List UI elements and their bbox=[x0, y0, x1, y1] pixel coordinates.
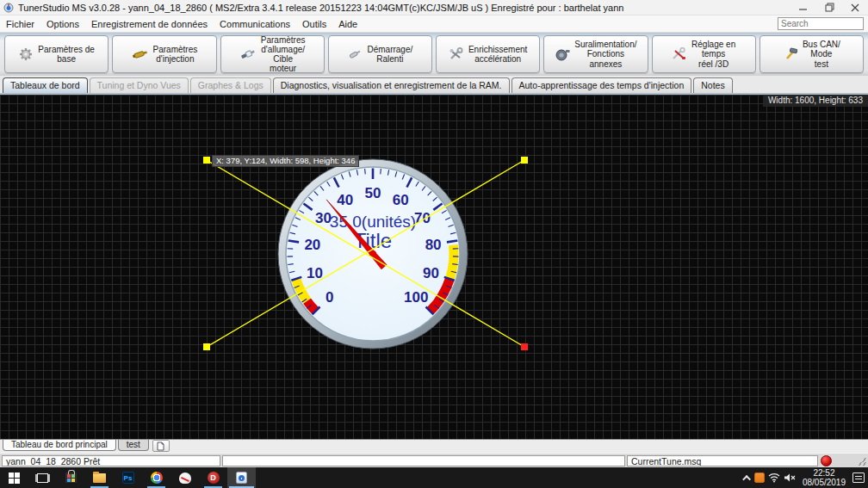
tools-icon bbox=[449, 47, 464, 61]
main-toolbar: Paramètres de base Paramètres d'injectio… bbox=[0, 33, 868, 76]
store-button[interactable] bbox=[57, 467, 85, 488]
system-tray: 22:52 08/05/2019 bbox=[745, 468, 868, 488]
tab-notes[interactable]: Notes bbox=[693, 77, 732, 93]
ignition-settings-button[interactable]: Paramètres d'allumage/ Cible moteur bbox=[220, 35, 325, 73]
dashboard-tab-strip: Tableau de bord principal test bbox=[0, 439, 868, 453]
file-explorer-button[interactable] bbox=[85, 467, 114, 488]
volume-muted-icon[interactable] bbox=[784, 473, 796, 483]
selection-handle[interactable] bbox=[521, 343, 528, 350]
dashboard-size-label: Width: 1600, Height: 633 bbox=[763, 95, 868, 107]
svg-text:90: 90 bbox=[423, 265, 439, 281]
selection-handle[interactable] bbox=[521, 157, 528, 164]
app7-button[interactable] bbox=[170, 467, 199, 488]
windows-logo-icon bbox=[9, 473, 20, 484]
menu-aide[interactable]: Aide bbox=[332, 17, 363, 31]
selection-handle[interactable] bbox=[203, 157, 210, 164]
svg-text:50: 50 bbox=[365, 185, 381, 201]
status-bar: yann_04_18_2860 Prêt CurrentTune.msq bbox=[0, 453, 868, 467]
minimize-button[interactable] bbox=[790, 0, 816, 15]
progress-bar bbox=[222, 455, 625, 466]
dashboard-tab-principal[interactable]: Tableau de bord principal bbox=[3, 440, 116, 451]
new-dashboard-button[interactable] bbox=[152, 440, 170, 452]
accel-enrichment-button[interactable]: Enrichissement accélération bbox=[436, 35, 540, 73]
tray-app-icon[interactable] bbox=[754, 473, 765, 483]
svg-text:100: 100 bbox=[404, 289, 428, 306]
photoshop-button[interactable]: Ps bbox=[114, 467, 142, 488]
tray-time: 22:52 bbox=[803, 468, 846, 479]
svg-text:60: 60 bbox=[393, 192, 409, 208]
current-tune-file: CurrentTune.msq bbox=[627, 455, 818, 466]
new-page-icon bbox=[157, 442, 164, 451]
restore-button[interactable] bbox=[816, 0, 842, 15]
base-settings-button[interactable]: Paramètres de base bbox=[4, 35, 108, 73]
gauge-and-selection-layer[interactable]: 010203040506070809010035.0(unités)Title bbox=[0, 95, 868, 439]
windows-taskbar: Ps D 22:52 08/05/2019 bbox=[0, 467, 868, 488]
menu-options[interactable]: Options bbox=[40, 17, 85, 31]
close-button[interactable] bbox=[842, 0, 868, 15]
toolbar-button-label: Paramètres d'injection bbox=[153, 45, 198, 64]
startup-idle-button[interactable]: Démarrage/ Ralenti bbox=[328, 35, 432, 73]
svg-text:35.0(unités): 35.0(unités) bbox=[330, 213, 416, 231]
connection-status-icon[interactable] bbox=[821, 455, 832, 466]
toolbar-button-label: Suralimentation/ Fonctions annexes bbox=[574, 40, 636, 69]
svg-text:20: 20 bbox=[304, 237, 320, 253]
menu-communications[interactable]: Communications bbox=[214, 17, 296, 31]
window-title: TunerStudio MS v3.0.28 - yann_04_18_2860… bbox=[18, 3, 790, 13]
tunerstudio-taskbar-button[interactable] bbox=[227, 467, 256, 488]
chrome-button[interactable] bbox=[142, 467, 170, 488]
toolbar-button-label: Réglage en temps réel /3D bbox=[691, 40, 735, 69]
svg-text:40: 40 bbox=[337, 192, 353, 208]
tray-date: 08/05/2019 bbox=[803, 478, 846, 488]
injection-settings-button[interactable]: Paramètres d'injection bbox=[112, 35, 216, 73]
menu-bar: Fichier Options Enregistrement de donnée… bbox=[0, 15, 868, 33]
folder-icon bbox=[93, 473, 106, 483]
toolbar-button-label: Démarrage/ Ralenti bbox=[367, 45, 412, 64]
task-view-icon bbox=[37, 473, 48, 483]
tunerstudio-icon bbox=[236, 472, 247, 484]
tunerstudio-window: TunerStudio MS v3.0.28 - yann_04_18_2860… bbox=[0, 0, 868, 488]
hammer-icon bbox=[783, 47, 798, 61]
boost-aux-button[interactable]: Suralimentation/ Fonctions annexes bbox=[543, 35, 648, 73]
tab-auto-apprentissage[interactable]: Auto-apprentissage des temps d'injection bbox=[512, 77, 692, 93]
tab-tableaux-de-bord[interactable]: Tableaux de bord bbox=[3, 77, 88, 93]
task-view-button[interactable] bbox=[28, 467, 57, 488]
round-gauge[interactable]: 010203040506070809010035.0(unités)Title bbox=[278, 159, 468, 349]
sparkplug-icon bbox=[239, 47, 257, 61]
dashboard-tab-test[interactable]: test bbox=[118, 440, 149, 451]
chrome-icon bbox=[151, 472, 163, 484]
gear-icon bbox=[18, 46, 34, 62]
title-bar: TunerStudio MS v3.0.28 - yann_04_18_2860… bbox=[0, 0, 868, 15]
selection-handle[interactable] bbox=[203, 343, 210, 350]
menu-enregistrement[interactable]: Enregistrement de données bbox=[85, 17, 214, 31]
action-center-icon[interactable] bbox=[852, 473, 865, 483]
tray-clock[interactable]: 22:52 08/05/2019 bbox=[799, 468, 849, 488]
starter-icon bbox=[347, 47, 363, 61]
can-test-button[interactable]: Bus CAN/ Mode test bbox=[760, 35, 864, 73]
menu-outils[interactable]: Outils bbox=[296, 17, 332, 31]
realtime-tuning-button[interactable]: Réglage en temps réel /3D bbox=[652, 35, 756, 73]
tab-diagnostics[interactable]: Diagnostics, visualisation et enregistre… bbox=[273, 77, 510, 93]
resize-grip[interactable] bbox=[858, 457, 866, 466]
tab-tuning-dyno: Tuning et Dyno Vues bbox=[90, 77, 189, 93]
toolbar-button-label: Bus CAN/ Mode test bbox=[803, 40, 840, 69]
photoshop-icon: Ps bbox=[122, 472, 134, 484]
search-input[interactable] bbox=[778, 17, 864, 30]
d-app-button[interactable]: D bbox=[199, 467, 227, 488]
tray-expand-icon[interactable] bbox=[742, 474, 751, 483]
main-tab-strip: Tableaux de bord Tuning et Dyno Vues Gra… bbox=[0, 76, 868, 95]
dashboard-canvas[interactable]: Width: 1600, Height: 633 X: 379, Y:124, … bbox=[0, 95, 868, 439]
d-app-icon: D bbox=[208, 472, 220, 484]
tab-graphes-logs: Graphes & Logs bbox=[190, 77, 271, 93]
app7-icon bbox=[179, 473, 191, 484]
toolbar-button-label: Paramètres d'allumage/ Cible moteur bbox=[261, 35, 306, 74]
start-button[interactable] bbox=[0, 467, 28, 488]
wifi-icon[interactable] bbox=[768, 473, 780, 483]
project-status: yann_04_18_2860 Prêt bbox=[2, 455, 220, 466]
turbo-icon bbox=[555, 47, 570, 61]
svg-text:10: 10 bbox=[307, 265, 323, 281]
store-icon bbox=[65, 473, 77, 483]
svg-text:80: 80 bbox=[425, 237, 442, 253]
menu-fichier[interactable]: Fichier bbox=[0, 17, 40, 31]
svg-text:0: 0 bbox=[326, 289, 333, 306]
injector-icon bbox=[132, 47, 149, 61]
